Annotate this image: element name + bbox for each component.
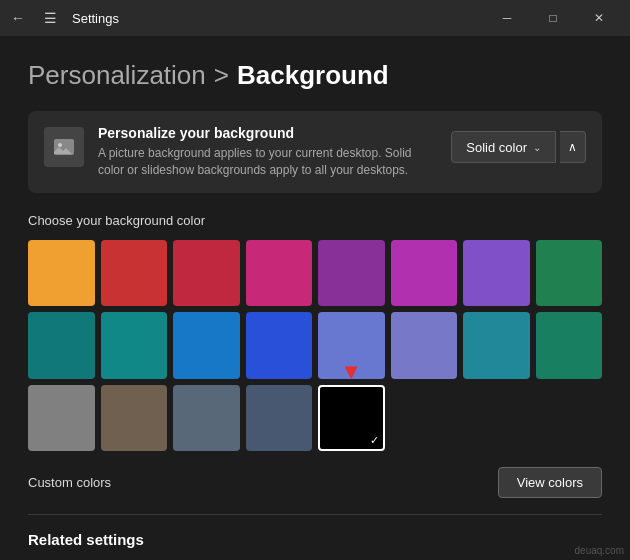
image-icon bbox=[52, 135, 76, 159]
color-swatch-gray1[interactable] bbox=[28, 385, 95, 452]
color-swatch-empty1[interactable] bbox=[391, 385, 458, 452]
close-button[interactable]: ✕ bbox=[576, 0, 622, 36]
color-swatch-red[interactable] bbox=[101, 240, 168, 307]
color-swatch-purple1[interactable] bbox=[318, 240, 385, 307]
background-card-left: Personalize your background A picture ba… bbox=[44, 125, 418, 179]
color-grid: ▼ bbox=[28, 240, 602, 452]
breadcrumb-separator: > bbox=[214, 60, 229, 91]
color-swatch-brown[interactable] bbox=[101, 385, 168, 452]
watermark: deuaq.com bbox=[575, 545, 624, 556]
svg-point-1 bbox=[58, 143, 62, 147]
view-colors-button[interactable]: View colors bbox=[498, 467, 602, 498]
color-swatch-green2[interactable] bbox=[536, 312, 603, 379]
color-swatch-gray2[interactable] bbox=[173, 385, 240, 452]
color-swatch-empty2[interactable] bbox=[463, 385, 530, 452]
title-bar-title: Settings bbox=[72, 11, 119, 26]
color-swatch-black[interactable]: ▼ bbox=[318, 385, 385, 452]
color-swatch-indigo[interactable] bbox=[391, 312, 458, 379]
page-current: Background bbox=[237, 60, 389, 91]
color-swatch-blue1[interactable] bbox=[173, 312, 240, 379]
color-swatch-lavender[interactable] bbox=[463, 240, 530, 307]
dropdown-caret-icon: ⌄ bbox=[533, 142, 541, 153]
breadcrumb[interactable]: Personalization bbox=[28, 60, 206, 91]
color-swatch-violet[interactable] bbox=[391, 240, 458, 307]
color-swatch-green1[interactable] bbox=[536, 240, 603, 307]
color-section: Choose your background color ▼ Custom co… bbox=[28, 213, 602, 499]
background-icon bbox=[44, 127, 84, 167]
color-swatch-gray3[interactable] bbox=[246, 385, 313, 452]
background-card-text: Personalize your background A picture ba… bbox=[98, 125, 418, 179]
color-bottom-bar: Custom colors View colors bbox=[28, 467, 602, 498]
maximize-button[interactable]: □ bbox=[530, 0, 576, 36]
color-swatch-teal1[interactable] bbox=[28, 312, 95, 379]
background-card: Personalize your background A picture ba… bbox=[28, 111, 602, 193]
related-settings-title: Related settings bbox=[28, 531, 602, 548]
color-swatch-orange[interactable] bbox=[28, 240, 95, 307]
related-settings: Related settings Contrast themes Color t… bbox=[28, 531, 602, 560]
dropdown-label: Solid color bbox=[466, 140, 527, 155]
color-swatch-teal2[interactable] bbox=[463, 312, 530, 379]
color-swatch-cyan1[interactable] bbox=[101, 312, 168, 379]
page-title: Personalization > Background bbox=[28, 60, 602, 91]
color-section-title: Choose your background color bbox=[28, 213, 602, 228]
title-bar-controls: ─ □ ✕ bbox=[484, 0, 622, 36]
dropdown-expand-button[interactable]: ∧ bbox=[560, 131, 586, 163]
color-swatch-blue2[interactable] bbox=[246, 312, 313, 379]
color-swatch-empty3[interactable] bbox=[536, 385, 603, 452]
color-swatch-pink[interactable] bbox=[246, 240, 313, 307]
color-swatch-crimson[interactable] bbox=[173, 240, 240, 307]
background-type-dropdown[interactable]: Solid color ⌄ bbox=[451, 131, 556, 163]
color-swatch-slate[interactable] bbox=[318, 312, 385, 379]
background-card-description: A picture background applies to your cur… bbox=[98, 145, 418, 179]
main-content: Personalization > Background Personalize… bbox=[0, 36, 630, 560]
menu-icon[interactable]: ☰ bbox=[40, 8, 60, 28]
background-card-title: Personalize your background bbox=[98, 125, 418, 141]
custom-colors-link[interactable]: Custom colors bbox=[28, 475, 111, 490]
minimize-button[interactable]: ─ bbox=[484, 0, 530, 36]
title-bar-left: ← ☰ Settings bbox=[8, 8, 119, 28]
divider bbox=[28, 514, 602, 515]
background-card-right: Solid color ⌄ ∧ bbox=[451, 131, 586, 163]
title-bar: ← ☰ Settings ─ □ ✕ bbox=[0, 0, 630, 36]
back-icon[interactable]: ← bbox=[8, 8, 28, 28]
